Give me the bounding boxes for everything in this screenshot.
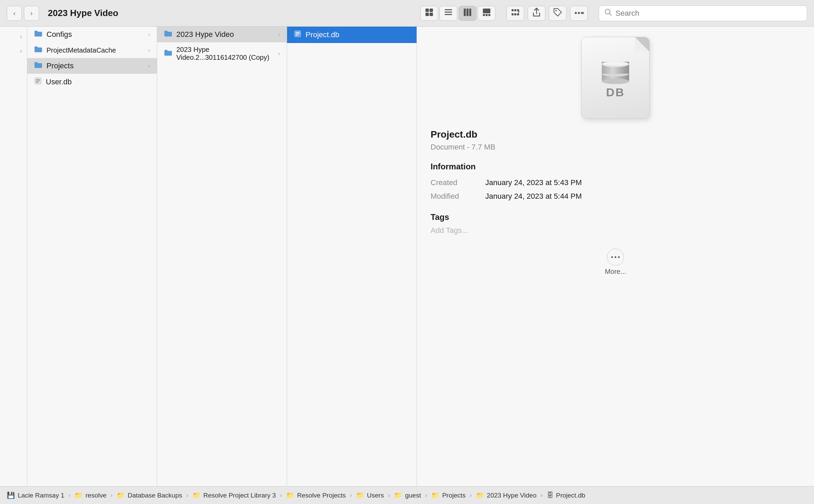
middle-panel: 2023 Hype Video › 2023 Hype Video.2...30… <box>157 27 287 486</box>
folder-breadcrumb-icon-2: 📁 <box>117 491 125 499</box>
main-content: › › Configs › ProjectMetadataCache › <box>0 27 814 486</box>
action-buttons <box>506 6 588 21</box>
hype-video-copy-item[interactable]: 2023 Hype Video.2...30116142700 (Copy) › <box>157 42 287 65</box>
folder-icon <box>34 30 42 39</box>
file-subtitle: Document - 7.7 MB <box>431 143 496 152</box>
more-dots-icon <box>607 249 624 266</box>
hdd-icon: 💾 <box>7 491 15 499</box>
hype-video-copy-chevron: › <box>278 51 280 57</box>
forward-icon: › <box>30 9 33 17</box>
svg-rect-35 <box>296 35 298 36</box>
view-column-button[interactable] <box>459 6 476 21</box>
folder-breadcrumb-icon-8: 📁 <box>476 491 484 499</box>
created-row: Created January 24, 2023 at 5:43 PM <box>431 178 800 187</box>
svg-rect-8 <box>466 9 469 16</box>
configs-item[interactable]: Configs › <box>27 27 157 42</box>
breadcrumb-projectdb[interactable]: 🗄 Project.db <box>547 492 585 499</box>
projectmetadatacache-item[interactable]: ProjectMetadataCache › <box>27 42 157 58</box>
sep-6: › <box>388 492 390 499</box>
grid-icon <box>425 8 434 18</box>
preview-panel: DB Project.db Document - 7.7 MB Informat… <box>417 27 814 486</box>
svg-rect-15 <box>514 9 516 11</box>
svg-rect-19 <box>517 13 519 15</box>
add-tags-input[interactable]: Add Tags... <box>431 226 468 235</box>
created-value: January 24, 2023 at 5:43 PM <box>485 178 582 187</box>
narrow-expand-1[interactable]: › <box>2 30 26 43</box>
view-gallery-button[interactable] <box>478 6 496 21</box>
2023-hype-video-breadcrumb-label: 2023 Hype Video <box>487 492 537 499</box>
share-button[interactable] <box>528 6 545 21</box>
breadcrumb-database-backups[interactable]: 📁 Database Backups <box>117 491 182 499</box>
svg-rect-13 <box>488 14 490 16</box>
svg-line-27 <box>609 13 611 15</box>
more-actions-button[interactable] <box>570 6 588 21</box>
tags-title: Tags <box>431 212 800 222</box>
toolbar: ‹ › 2023 Hype Video <box>0 0 814 27</box>
hype-video-copy-label: 2023 Hype Video.2...30116142700 (Copy) <box>176 46 274 61</box>
breadcrumb-lacie[interactable]: 💾 Lacie Ramsay 1 <box>7 491 64 499</box>
hype-video-item[interactable]: 2023 Hype Video › <box>157 27 287 42</box>
breadcrumb-resolve-project-library[interactable]: 📁 Resolve Project Library 3 <box>192 491 276 499</box>
svg-rect-10 <box>483 9 490 13</box>
db-icon <box>294 30 301 40</box>
folder-icon-5 <box>164 49 172 58</box>
svg-rect-17 <box>512 13 514 15</box>
sep-4: › <box>280 492 282 499</box>
svg-rect-29 <box>36 79 40 80</box>
svg-rect-4 <box>445 9 452 10</box>
folder-breadcrumb-icon-3: 📁 <box>192 491 201 499</box>
userdb-item[interactable]: User.db <box>27 74 157 90</box>
search-box[interactable] <box>599 5 807 21</box>
svg-rect-11 <box>483 14 485 16</box>
breadcrumb-users[interactable]: 📁 Users <box>356 491 384 499</box>
view-options-button[interactable] <box>506 6 524 21</box>
tag-button[interactable] <box>549 6 567 21</box>
status-bar: 💾 Lacie Ramsay 1 › 📁 resolve › 📁 Databas… <box>0 486 814 504</box>
svg-marker-25 <box>583 12 584 14</box>
svg-rect-5 <box>445 12 452 13</box>
sep-3: › <box>186 492 188 499</box>
file-preview-icon: DB <box>581 37 650 119</box>
expand-arrow-icon-2: › <box>20 47 22 55</box>
svg-rect-14 <box>512 9 514 11</box>
narrow-expand-2[interactable]: › <box>2 44 26 57</box>
svg-point-24 <box>581 12 583 14</box>
file-type-label: DB <box>606 86 625 99</box>
breadcrumb-resolve[interactable]: 📁 resolve <box>74 491 106 499</box>
share-icon <box>532 8 541 19</box>
projects-breadcrumb-label: Projects <box>442 492 466 499</box>
view-grid-button[interactable] <box>420 6 438 21</box>
breadcrumb-2023-hype-video[interactable]: 📁 2023 Hype Video <box>476 491 537 499</box>
back-button[interactable]: ‹ <box>7 6 22 21</box>
svg-rect-3 <box>430 13 433 16</box>
list-icon <box>444 8 453 18</box>
svg-rect-18 <box>514 13 516 15</box>
svg-rect-12 <box>486 14 488 16</box>
projects-item[interactable]: Projects › <box>27 58 157 74</box>
svg-point-46 <box>615 256 616 258</box>
modified-label: Modified <box>431 192 478 201</box>
folder-icon-3 <box>34 61 42 70</box>
search-input[interactable] <box>615 9 801 18</box>
resolve-label: resolve <box>85 492 106 499</box>
more-button[interactable]: More... <box>605 249 626 276</box>
svg-point-45 <box>611 256 613 258</box>
breadcrumb-projects[interactable]: 📁 Projects <box>431 491 466 499</box>
breadcrumb-resolve-projects[interactable]: 📁 Resolve Projects <box>286 491 346 499</box>
forward-button[interactable]: › <box>24 6 39 21</box>
more-actions-icon <box>574 9 584 18</box>
svg-point-44 <box>603 62 628 65</box>
resolve-projects-label: Resolve Projects <box>297 492 346 499</box>
narrow-sidebar: › › <box>0 27 27 486</box>
svg-rect-2 <box>425 13 429 16</box>
breadcrumb-guest[interactable]: 📁 guest <box>394 491 421 499</box>
view-list-button[interactable] <box>439 6 457 21</box>
svg-point-21 <box>555 10 557 11</box>
folder-breadcrumb-icon-6: 📁 <box>394 491 402 499</box>
search-icon <box>605 9 612 18</box>
svg-point-40 <box>602 79 629 84</box>
projectdb-item[interactable]: Project.db <box>287 27 417 43</box>
db-file-icon <box>34 77 42 86</box>
db-breadcrumb-icon: 🗄 <box>547 492 553 499</box>
svg-rect-9 <box>469 9 471 16</box>
